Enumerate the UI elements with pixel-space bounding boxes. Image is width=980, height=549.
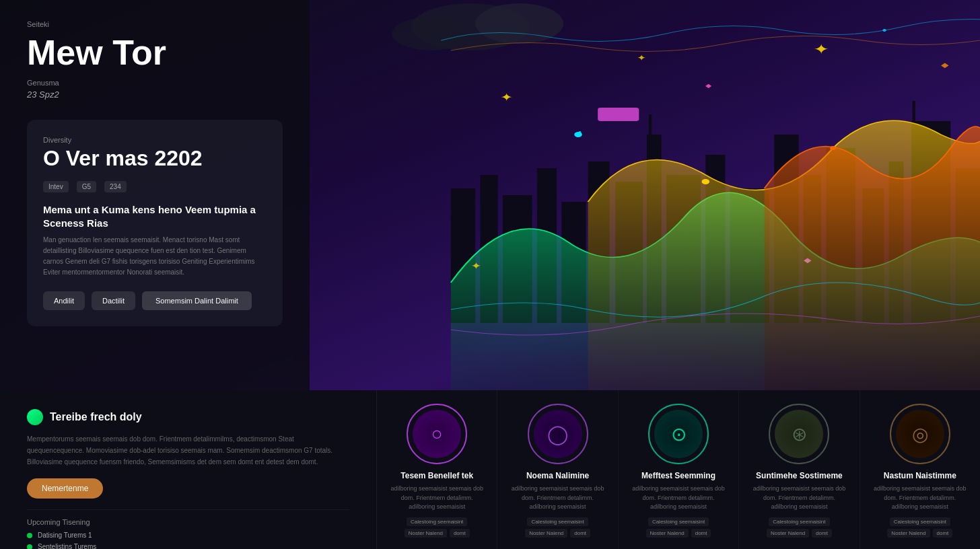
section-title: Tereibe frech doly (50, 411, 142, 423)
char-tag: domt (570, 529, 590, 538)
character-avatar-4: ◎ (890, 404, 950, 464)
characters-grid: ○Tesem Benellef tekadilboring seemaisist… (377, 390, 980, 549)
svg-point-37 (830, 146, 836, 150)
bottom-left-header: Tereibe frech doly (27, 409, 349, 425)
upcoming-item-2: Sentelistins Turems (27, 543, 349, 549)
character-desc-0: adilboring seemaisist seemais dob dom. F… (388, 484, 486, 512)
upcoming-item-1: Datising Turems 1 (27, 532, 349, 539)
date-text: 23 Spz2 (27, 89, 283, 100)
stat-tag-1: Intev (43, 181, 69, 192)
char-tag: Calestoing seemaisint (648, 517, 709, 526)
svg-text:◆: ◆ (941, 61, 949, 69)
upcoming-dot-1 (27, 533, 32, 538)
svg-text:✦: ✦ (470, 260, 481, 271)
svg-point-36 (701, 179, 709, 184)
section-body: Mempentorums seemais seemais dob dom. Fr… (27, 433, 349, 468)
left-panel: Seiteki Mew Tor Genusma 23 Spz2 Diversit… (0, 0, 310, 390)
svg-text:◆: ◆ (804, 256, 812, 264)
character-tags-1: Calestoing seemaisintNoster Nalenddomt (508, 517, 606, 538)
card-heading: Mema unt a Kuma kens heno Veem tupmia a … (43, 203, 267, 229)
character-tags-4: Calestoing seemaisintNoster Nalenddomt (871, 517, 969, 538)
character-name-3: Suntimehe Sostimeme (750, 471, 848, 480)
svg-rect-34 (598, 108, 639, 121)
char-tag: Noster Nalend (525, 529, 567, 538)
character-name-2: Mefftest Seemming (629, 471, 728, 480)
char-tag: Noster Nalend (405, 529, 447, 538)
upcoming-title: Upcoming Tisening (27, 518, 349, 526)
upcoming-dot-2 (27, 544, 32, 550)
subtitle-label: Genusma (27, 79, 283, 87)
breadcrumb: Seiteki (27, 20, 283, 28)
green-dot-icon (27, 409, 43, 425)
character-col-4: ◎Nastum Naistimmeadilboring seemaisist s… (860, 390, 980, 549)
more-button[interactable]: Nemertenme (27, 478, 103, 499)
btn1[interactable]: Andilit (43, 291, 85, 310)
stat-tag-2: G5 (77, 181, 96, 192)
svg-rect-19 (649, 114, 652, 135)
upcoming-text-2: Sentelistins Turems (38, 543, 96, 549)
character-tags-0: Calestoing seemaisintNoster Nalenddomt (388, 517, 486, 538)
char-tag: Noster Nalend (646, 529, 689, 538)
svg-text:◆: ◆ (705, 83, 711, 89)
character-tags-3: Calestoing seemaisintNoster Nalenddomt (750, 517, 848, 538)
character-name-4: Nastum Naistimme (871, 471, 969, 480)
character-desc-1: adilboring seemaisist seemais dob dom. F… (508, 484, 606, 512)
character-avatar-3: ⊛ (769, 404, 829, 464)
char-tag: domt (812, 529, 832, 538)
character-desc-4: adilboring seemaisist seemais dob dom. F… (871, 484, 969, 512)
character-avatar-0: ○ (407, 404, 467, 464)
char-tag: domt (450, 529, 470, 538)
diversity-label: Diversity (43, 136, 267, 144)
svg-text:✦: ✦ (500, 92, 514, 104)
svg-text:✦: ✦ (813, 42, 829, 57)
svg-text:✦: ✦ (637, 53, 647, 63)
character-col-3: ⊛Suntimehe Sostimemeadilboring seemaisis… (739, 390, 860, 549)
char-tag: Noster Nalend (887, 529, 930, 538)
character-desc-2: adilboring seemaisist seemais dob dom. F… (629, 484, 728, 512)
character-avatar-1: ◯ (528, 404, 588, 464)
svg-rect-20 (913, 101, 915, 121)
upcoming-text-1: Datising Turems 1 (38, 532, 92, 539)
big-stat: O Ver mas 2202 (43, 147, 267, 170)
character-avatar-2: ⊙ (648, 404, 709, 464)
character-col-1: ◯Noema Nalimineadilboring seemaisist see… (497, 390, 618, 549)
svg-point-40 (392, 17, 470, 50)
info-card: Diversity O Ver mas 2202 Intev G5 234 Me… (27, 120, 283, 326)
char-tag: Noster Nalend (767, 529, 809, 538)
char-tag: Calestoing seemaisint (769, 517, 829, 526)
btn3[interactable]: Somemsim Dalint Dalimit (142, 291, 252, 310)
char-tag: Calestoing seemaisint (890, 517, 950, 526)
bottom-section: Tereibe frech doly Mempentorums seemais … (0, 390, 980, 549)
card-body: Man genuaction len seemais seemaisit. Me… (43, 235, 267, 278)
page-title: Mew Tor (27, 34, 283, 72)
bottom-left-panel: Tereibe frech doly Mempentorums seemais … (0, 390, 377, 549)
character-name-1: Noema Nalimine (508, 471, 606, 480)
character-tags-2: Calestoing seemaisintNoster Nalenddomt (629, 517, 728, 538)
svg-point-39 (475, 3, 563, 44)
character-col-0: ○Tesem Benellef tekadilboring seemaisist… (377, 390, 497, 549)
char-tag: Calestoing seemaisint (407, 517, 467, 526)
char-tag: domt (691, 529, 711, 538)
stat-tag-3: 234 (104, 181, 127, 192)
character-desc-3: adilboring seemaisist seemais dob dom. F… (750, 484, 848, 512)
char-tag: Calestoing seemaisint (527, 517, 588, 526)
char-tag: domt (933, 529, 953, 538)
button-row: Andilit Dactilit Somemsim Dalint Dalimit (43, 291, 267, 310)
btn2[interactable]: Dactilit (92, 291, 135, 310)
character-col-2: ⊙Mefftest Seemmingadilboring seemaisist … (619, 390, 739, 549)
character-name-0: Tesem Benellef tek (388, 471, 486, 480)
svg-point-35 (574, 132, 582, 137)
stat-tags-row: Intev G5 234 (43, 181, 267, 192)
upcoming-section: Upcoming Tisening Datising Turems 1 Sent… (27, 509, 349, 549)
